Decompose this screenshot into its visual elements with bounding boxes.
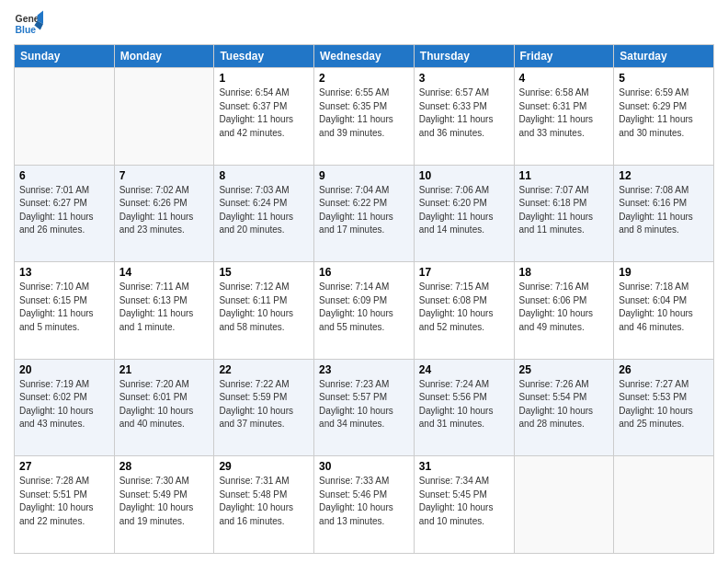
weekday-header-saturday: Saturday: [614, 45, 714, 68]
calendar-cell: 11Sunrise: 7:07 AMSunset: 6:18 PMDayligh…: [514, 165, 614, 262]
day-info: Sunrise: 6:58 AMSunset: 6:31 PMDaylight:…: [519, 86, 609, 140]
day-info: Sunrise: 7:11 AMSunset: 6:13 PMDaylight:…: [119, 281, 210, 334]
day-info: Sunrise: 7:16 AMSunset: 6:06 PMDaylight:…: [519, 281, 609, 334]
calendar-cell: 25Sunrise: 7:26 AMSunset: 5:54 PMDayligh…: [514, 359, 614, 456]
day-info: Sunrise: 7:08 AMSunset: 6:16 PMDaylight:…: [619, 184, 709, 237]
day-number: 31: [419, 460, 509, 473]
day-info: Sunrise: 7:03 AMSunset: 6:24 PMDaylight:…: [219, 184, 309, 237]
day-info: Sunrise: 7:04 AMSunset: 6:22 PMDaylight:…: [319, 184, 409, 237]
calendar-cell: 9Sunrise: 7:04 AMSunset: 6:22 PMDaylight…: [314, 165, 415, 262]
calendar-cell: 10Sunrise: 7:06 AMSunset: 6:20 PMDayligh…: [414, 165, 514, 262]
calendar-cell: 3Sunrise: 6:57 AMSunset: 6:33 PMDaylight…: [414, 68, 514, 166]
day-info: Sunrise: 7:01 AMSunset: 6:27 PMDaylight:…: [19, 184, 109, 237]
day-number: 19: [619, 266, 709, 279]
day-number: 18: [519, 266, 609, 279]
calendar-cell: 28Sunrise: 7:30 AMSunset: 5:49 PMDayligh…: [114, 456, 214, 554]
calendar-cell: 4Sunrise: 6:58 AMSunset: 6:31 PMDaylight…: [514, 68, 614, 166]
calendar-cell: [514, 456, 614, 554]
day-number: 2: [319, 72, 409, 85]
day-number: 4: [519, 72, 609, 85]
day-info: Sunrise: 7:28 AMSunset: 5:51 PMDaylight:…: [19, 475, 109, 528]
day-number: 23: [319, 363, 409, 376]
day-number: 25: [519, 363, 609, 376]
day-info: Sunrise: 7:33 AMSunset: 5:46 PMDaylight:…: [319, 475, 409, 528]
day-info: Sunrise: 7:19 AMSunset: 6:02 PMDaylight:…: [19, 378, 109, 431]
week-row-1: 1Sunrise: 6:54 AMSunset: 6:37 PMDaylight…: [15, 68, 714, 166]
calendar-cell: 17Sunrise: 7:15 AMSunset: 6:08 PMDayligh…: [414, 262, 514, 360]
calendar-cell: 8Sunrise: 7:03 AMSunset: 6:24 PMDaylight…: [214, 165, 314, 262]
weekday-header-thursday: Thursday: [414, 45, 514, 68]
calendar-cell: 14Sunrise: 7:11 AMSunset: 6:13 PMDayligh…: [114, 262, 214, 360]
day-info: Sunrise: 7:23 AMSunset: 5:57 PMDaylight:…: [319, 378, 409, 431]
day-number: 20: [19, 363, 109, 376]
day-info: Sunrise: 7:30 AMSunset: 5:49 PMDaylight:…: [119, 475, 210, 528]
calendar-cell: 30Sunrise: 7:33 AMSunset: 5:46 PMDayligh…: [314, 456, 415, 554]
calendar-cell: 29Sunrise: 7:31 AMSunset: 5:48 PMDayligh…: [214, 456, 314, 554]
day-info: Sunrise: 6:59 AMSunset: 6:29 PMDaylight:…: [619, 86, 709, 140]
calendar-cell: 21Sunrise: 7:20 AMSunset: 6:01 PMDayligh…: [114, 359, 214, 456]
calendar-cell: 31Sunrise: 7:34 AMSunset: 5:45 PMDayligh…: [414, 456, 514, 554]
weekday-header-friday: Friday: [514, 45, 614, 68]
day-number: 10: [419, 169, 509, 182]
calendar-cell: [15, 68, 115, 166]
calendar-cell: 24Sunrise: 7:24 AMSunset: 5:56 PMDayligh…: [414, 359, 514, 456]
calendar-cell: 1Sunrise: 6:54 AMSunset: 6:37 PMDaylight…: [214, 68, 314, 166]
calendar-cell: 2Sunrise: 6:55 AMSunset: 6:35 PMDaylight…: [314, 68, 415, 166]
calendar-cell: 12Sunrise: 7:08 AMSunset: 6:16 PMDayligh…: [614, 165, 714, 262]
calendar-cell: 6Sunrise: 7:01 AMSunset: 6:27 PMDaylight…: [15, 165, 115, 262]
day-info: Sunrise: 6:55 AMSunset: 6:35 PMDaylight:…: [319, 86, 409, 140]
logo-icon: General Blue: [14, 9, 43, 39]
day-number: 28: [119, 460, 210, 473]
week-row-4: 20Sunrise: 7:19 AMSunset: 6:02 PMDayligh…: [15, 359, 714, 456]
weekday-header-sunday: Sunday: [15, 45, 115, 68]
day-number: 5: [619, 72, 709, 85]
calendar-cell: 16Sunrise: 7:14 AMSunset: 6:09 PMDayligh…: [314, 262, 415, 360]
day-info: Sunrise: 7:24 AMSunset: 5:56 PMDaylight:…: [419, 378, 509, 431]
week-row-3: 13Sunrise: 7:10 AMSunset: 6:15 PMDayligh…: [15, 262, 714, 360]
day-number: 21: [119, 363, 210, 376]
day-number: 26: [619, 363, 709, 376]
day-info: Sunrise: 7:18 AMSunset: 6:04 PMDaylight:…: [619, 281, 709, 334]
day-number: 14: [119, 266, 210, 279]
day-info: Sunrise: 7:20 AMSunset: 6:01 PMDaylight:…: [119, 378, 210, 431]
calendar-cell: 15Sunrise: 7:12 AMSunset: 6:11 PMDayligh…: [214, 262, 314, 360]
day-info: Sunrise: 7:10 AMSunset: 6:15 PMDaylight:…: [19, 281, 109, 334]
week-row-5: 27Sunrise: 7:28 AMSunset: 5:51 PMDayligh…: [15, 456, 714, 554]
calendar-cell: 23Sunrise: 7:23 AMSunset: 5:57 PMDayligh…: [314, 359, 415, 456]
day-number: 13: [19, 266, 109, 279]
calendar-cell: 5Sunrise: 6:59 AMSunset: 6:29 PMDaylight…: [614, 68, 714, 166]
day-number: 7: [119, 169, 210, 182]
day-number: 24: [419, 363, 509, 376]
day-info: Sunrise: 7:15 AMSunset: 6:08 PMDaylight:…: [419, 281, 509, 334]
calendar-cell: 20Sunrise: 7:19 AMSunset: 6:02 PMDayligh…: [15, 359, 115, 456]
calendar-cell: [114, 68, 214, 166]
calendar-table: SundayMondayTuesdayWednesdayThursdayFrid…: [14, 44, 714, 554]
day-info: Sunrise: 6:54 AMSunset: 6:37 PMDaylight:…: [219, 86, 309, 140]
week-row-2: 6Sunrise: 7:01 AMSunset: 6:27 PMDaylight…: [15, 165, 714, 262]
day-number: 6: [19, 169, 109, 182]
day-number: 12: [619, 169, 709, 182]
day-number: 17: [419, 266, 509, 279]
day-info: Sunrise: 6:57 AMSunset: 6:33 PMDaylight:…: [419, 86, 509, 140]
calendar-cell: 7Sunrise: 7:02 AMSunset: 6:26 PMDaylight…: [114, 165, 214, 262]
day-number: 11: [519, 169, 609, 182]
weekday-header-tuesday: Tuesday: [214, 45, 314, 68]
calendar-cell: 22Sunrise: 7:22 AMSunset: 5:59 PMDayligh…: [214, 359, 314, 456]
day-number: 16: [319, 266, 409, 279]
logo: General Blue: [14, 9, 43, 39]
day-number: 27: [19, 460, 109, 473]
day-info: Sunrise: 7:27 AMSunset: 5:53 PMDaylight:…: [619, 378, 709, 431]
page: General Blue SundayMondayTuesdayWednesda…: [0, 0, 728, 563]
day-info: Sunrise: 7:31 AMSunset: 5:48 PMDaylight:…: [219, 475, 309, 528]
day-number: 1: [219, 72, 309, 85]
day-number: 3: [419, 72, 509, 85]
day-info: Sunrise: 7:34 AMSunset: 5:45 PMDaylight:…: [419, 475, 509, 528]
weekday-header-row: SundayMondayTuesdayWednesdayThursdayFrid…: [15, 45, 714, 68]
weekday-header-monday: Monday: [114, 45, 214, 68]
day-number: 8: [219, 169, 309, 182]
svg-text:Blue: Blue: [16, 25, 37, 35]
calendar-cell: 13Sunrise: 7:10 AMSunset: 6:15 PMDayligh…: [15, 262, 115, 360]
calendar-cell: 18Sunrise: 7:16 AMSunset: 6:06 PMDayligh…: [514, 262, 614, 360]
weekday-header-wednesday: Wednesday: [314, 45, 415, 68]
calendar-cell: 26Sunrise: 7:27 AMSunset: 5:53 PMDayligh…: [614, 359, 714, 456]
